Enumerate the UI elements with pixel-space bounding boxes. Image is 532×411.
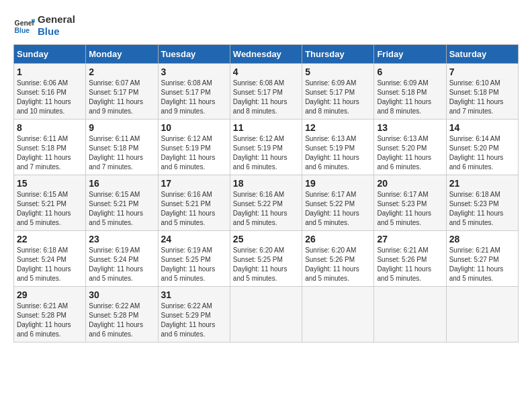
day-number: 19 [305, 178, 371, 189]
calendar-cell: 22Sunrise: 6:18 AMSunset: 5:24 PMDayligh… [14, 231, 86, 287]
day-info: Sunrise: 6:22 AMSunset: 5:29 PMDaylight:… [161, 302, 227, 339]
calendar-cell: 7Sunrise: 6:10 AMSunset: 5:18 PMDaylight… [446, 64, 518, 120]
day-header-thursday: Thursday [302, 45, 374, 64]
day-number: 28 [449, 234, 515, 244]
calendar-week-1: 1Sunrise: 6:06 AMSunset: 5:16 PMDaylight… [14, 64, 519, 120]
day-info: Sunrise: 6:15 AMSunset: 5:21 PMDaylight:… [17, 190, 83, 228]
calendar-cell: 23Sunrise: 6:19 AMSunset: 5:24 PMDayligh… [86, 231, 158, 287]
day-info: Sunrise: 6:21 AMSunset: 5:28 PMDaylight:… [17, 302, 83, 339]
day-info: Sunrise: 6:11 AMSunset: 5:18 PMDaylight:… [89, 134, 154, 172]
page-header: General Blue General Blue [13, 13, 519, 38]
calendar-cell: 15Sunrise: 6:15 AMSunset: 5:21 PMDayligh… [14, 175, 86, 231]
calendar-week-2: 8Sunrise: 6:11 AMSunset: 5:18 PMDaylight… [14, 120, 519, 175]
calendar-cell: 13Sunrise: 6:13 AMSunset: 5:20 PMDayligh… [374, 120, 446, 175]
day-header-tuesday: Tuesday [158, 45, 230, 64]
day-number: 24 [161, 234, 227, 244]
calendar-table: SundayMondayTuesdayWednesdayThursdayFrid… [13, 44, 519, 342]
day-number: 18 [233, 178, 299, 189]
logo-blue: Blue [38, 26, 75, 38]
day-number: 25 [233, 234, 299, 244]
calendar-cell: 12Sunrise: 6:13 AMSunset: 5:19 PMDayligh… [302, 120, 374, 175]
calendar-cell: 30Sunrise: 6:22 AMSunset: 5:28 PMDayligh… [86, 287, 158, 342]
day-info: Sunrise: 6:12 AMSunset: 5:19 PMDaylight:… [233, 134, 299, 172]
day-number: 12 [305, 122, 371, 133]
calendar-cell [446, 287, 518, 342]
calendar-cell: 6Sunrise: 6:09 AMSunset: 5:18 PMDaylight… [374, 64, 446, 120]
day-info: Sunrise: 6:08 AMSunset: 5:17 PMDaylight:… [233, 79, 299, 116]
day-number: 16 [89, 178, 154, 189]
day-info: Sunrise: 6:06 AMSunset: 5:16 PMDaylight:… [17, 79, 83, 116]
logo-general: General [38, 13, 75, 26]
day-info: Sunrise: 6:20 AMSunset: 5:25 PMDaylight:… [233, 246, 299, 283]
day-number: 5 [305, 66, 371, 77]
day-info: Sunrise: 6:20 AMSunset: 5:26 PMDaylight:… [305, 246, 371, 283]
day-number: 30 [89, 289, 154, 300]
day-number: 29 [17, 289, 83, 300]
day-number: 20 [377, 178, 443, 189]
day-number: 8 [17, 122, 83, 133]
day-info: Sunrise: 6:21 AMSunset: 5:26 PMDaylight:… [377, 246, 443, 283]
day-number: 13 [377, 122, 443, 133]
day-info: Sunrise: 6:17 AMSunset: 5:22 PMDaylight:… [305, 190, 371, 228]
day-header-friday: Friday [374, 45, 446, 64]
calendar-cell: 17Sunrise: 6:16 AMSunset: 5:21 PMDayligh… [158, 175, 230, 231]
calendar-cell: 8Sunrise: 6:11 AMSunset: 5:18 PMDaylight… [14, 120, 86, 175]
calendar-cell: 10Sunrise: 6:12 AMSunset: 5:19 PMDayligh… [158, 120, 230, 175]
calendar-cell: 16Sunrise: 6:15 AMSunset: 5:21 PMDayligh… [86, 175, 158, 231]
day-info: Sunrise: 6:08 AMSunset: 5:17 PMDaylight:… [161, 79, 227, 116]
calendar-week-3: 15Sunrise: 6:15 AMSunset: 5:21 PMDayligh… [14, 175, 519, 231]
calendar-week-4: 22Sunrise: 6:18 AMSunset: 5:24 PMDayligh… [14, 231, 519, 287]
day-info: Sunrise: 6:16 AMSunset: 5:21 PMDaylight:… [161, 190, 227, 228]
day-info: Sunrise: 6:16 AMSunset: 5:22 PMDaylight:… [233, 190, 299, 228]
day-number: 3 [161, 66, 227, 77]
calendar-cell [302, 287, 374, 342]
calendar-cell: 2Sunrise: 6:07 AMSunset: 5:17 PMDaylight… [86, 64, 158, 120]
day-number: 26 [305, 234, 371, 244]
calendar-cell: 29Sunrise: 6:21 AMSunset: 5:28 PMDayligh… [14, 287, 86, 342]
calendar-cell: 4Sunrise: 6:08 AMSunset: 5:17 PMDaylight… [230, 64, 302, 120]
day-number: 4 [233, 66, 299, 77]
calendar-cell: 18Sunrise: 6:16 AMSunset: 5:22 PMDayligh… [230, 175, 302, 231]
day-info: Sunrise: 6:15 AMSunset: 5:21 PMDaylight:… [89, 190, 154, 228]
calendar-cell: 25Sunrise: 6:20 AMSunset: 5:25 PMDayligh… [230, 231, 302, 287]
day-info: Sunrise: 6:11 AMSunset: 5:18 PMDaylight:… [17, 134, 83, 172]
day-info: Sunrise: 6:19 AMSunset: 5:24 PMDaylight:… [89, 246, 154, 283]
logo: General Blue General Blue [13, 13, 75, 38]
calendar-cell: 11Sunrise: 6:12 AMSunset: 5:19 PMDayligh… [230, 120, 302, 175]
day-number: 6 [377, 66, 443, 77]
day-number: 2 [89, 66, 154, 77]
day-info: Sunrise: 6:12 AMSunset: 5:19 PMDaylight:… [161, 134, 227, 172]
day-number: 11 [233, 122, 299, 133]
day-header-saturday: Saturday [446, 45, 518, 64]
day-header-monday: Monday [86, 45, 158, 64]
day-number: 17 [161, 178, 227, 189]
day-info: Sunrise: 6:13 AMSunset: 5:20 PMDaylight:… [377, 134, 443, 172]
day-number: 31 [161, 289, 227, 300]
day-number: 7 [449, 66, 515, 77]
calendar-cell: 14Sunrise: 6:14 AMSunset: 5:20 PMDayligh… [446, 120, 518, 175]
header-row: SundayMondayTuesdayWednesdayThursdayFrid… [14, 45, 519, 64]
day-number: 1 [17, 66, 83, 77]
calendar-cell: 5Sunrise: 6:09 AMSunset: 5:17 PMDaylight… [302, 64, 374, 120]
day-header-wednesday: Wednesday [230, 45, 302, 64]
calendar-cell: 24Sunrise: 6:19 AMSunset: 5:25 PMDayligh… [158, 231, 230, 287]
calendar-cell: 26Sunrise: 6:20 AMSunset: 5:26 PMDayligh… [302, 231, 374, 287]
calendar-cell: 20Sunrise: 6:17 AMSunset: 5:23 PMDayligh… [374, 175, 446, 231]
day-info: Sunrise: 6:10 AMSunset: 5:18 PMDaylight:… [449, 79, 515, 116]
logo-icon: General Blue [13, 15, 35, 36]
calendar-cell: 27Sunrise: 6:21 AMSunset: 5:26 PMDayligh… [374, 231, 446, 287]
calendar-cell: 21Sunrise: 6:18 AMSunset: 5:23 PMDayligh… [446, 175, 518, 231]
calendar-cell [230, 287, 302, 342]
svg-text:Blue: Blue [15, 27, 30, 34]
day-number: 23 [89, 234, 154, 244]
day-header-sunday: Sunday [14, 45, 86, 64]
day-info: Sunrise: 6:22 AMSunset: 5:28 PMDaylight:… [89, 302, 154, 339]
day-info: Sunrise: 6:07 AMSunset: 5:17 PMDaylight:… [89, 79, 154, 116]
day-number: 21 [449, 178, 515, 189]
calendar-cell: 1Sunrise: 6:06 AMSunset: 5:16 PMDaylight… [14, 64, 86, 120]
day-number: 10 [161, 122, 227, 133]
day-info: Sunrise: 6:18 AMSunset: 5:24 PMDaylight:… [17, 246, 83, 283]
day-number: 27 [377, 234, 443, 244]
day-info: Sunrise: 6:09 AMSunset: 5:18 PMDaylight:… [377, 79, 443, 116]
calendar-cell: 19Sunrise: 6:17 AMSunset: 5:22 PMDayligh… [302, 175, 374, 231]
